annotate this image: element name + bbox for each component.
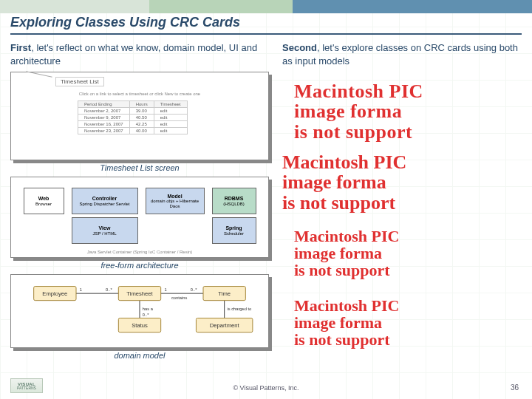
right-lead-rest: , let's explore classes on CRC cards usi… — [282, 42, 518, 66]
left-column: First, let's reflect on what we know, do… — [10, 41, 269, 364]
col-hours: Hours — [129, 101, 154, 108]
svg-text:Department: Department — [210, 322, 240, 329]
timesheet-title: Timesheet List — [55, 77, 104, 86]
right-lead: Second, let's explore classes on CRC car… — [282, 41, 526, 67]
left-lead-bold: First — [10, 42, 31, 53]
page-title: Exploring Classes Using CRC Cards — [10, 15, 522, 30]
pict-error-3: Macintosh PIC image forma is not support — [294, 228, 399, 279]
col-timesheet: Timesheet — [154, 101, 187, 108]
right-lead-bold: Second — [282, 42, 317, 53]
right-column: Second, let's explore classes on CRC car… — [282, 41, 526, 72]
domain-caption: domain model — [10, 351, 269, 360]
timesheet-caption: Timesheet List screen — [10, 163, 269, 172]
table-header-row: Period Ending Hours Timesheet — [78, 101, 188, 108]
timesheet-subtitle: Click on a link to select a timesheet or… — [11, 92, 268, 96]
svg-text:1: 1 — [80, 287, 82, 292]
top-color-band — [0, 0, 532, 13]
svg-text:Timesheet: Timesheet — [126, 290, 153, 297]
svg-text:Status: Status — [132, 322, 148, 329]
arch-view: ViewJSP / HTML — [72, 217, 138, 244]
svg-text:Employee: Employee — [42, 290, 67, 297]
table-row: November 16, 200742.25edit — [78, 121, 188, 128]
left-lead: First, let's reflect on what we know, do… — [10, 41, 269, 67]
arch-rdbms: RDBMS(HSQLDB) — [212, 188, 256, 214]
svg-text:is charged to: is charged to — [227, 307, 251, 311]
arch-model: Modeldomain objs + Hibernate Daos — [146, 188, 205, 214]
pict-error-4: Macintosh PIC image forma is not support — [294, 297, 399, 348]
svg-text:0..*: 0..* — [191, 287, 197, 292]
architecture-caption: free-form architecture — [10, 261, 269, 270]
domain-panel: Employee Timesheet Time Status Departmen… — [10, 274, 269, 348]
arch-browser: WebBrowser — [24, 188, 64, 214]
pict-error-1: Macintosh PIC image forma is not support — [294, 81, 423, 142]
arch-footer: Java Servlet Container (Spring IoC Conta… — [11, 250, 268, 254]
callout-line — [26, 71, 52, 77]
table-row: November 9, 200740.50edit — [78, 115, 188, 121]
svg-text:0..*: 0..* — [143, 313, 149, 317]
footer-copyright: © Visual Patterns, Inc. — [0, 384, 532, 392]
left-lead-rest: , let's reflect on what we know, domain … — [10, 42, 257, 66]
col-period: Period Ending — [78, 101, 130, 108]
title-bar: Exploring Classes Using CRC Cards — [10, 15, 522, 35]
timesheet-panel: Timesheet List Click on a link to select… — [10, 72, 269, 160]
table-row: November 2, 200739.00edit — [78, 108, 188, 115]
svg-text:0..*: 0..* — [106, 287, 112, 292]
arch-controller: ControllerSpring Dispatcher Servlet — [72, 188, 138, 214]
svg-text:Time: Time — [218, 290, 231, 297]
page-number: 36 — [511, 383, 519, 392]
architecture-grid: WebBrowser ControllerSpring Dispatcher S… — [16, 182, 264, 244]
architecture-panel: WebBrowser ControllerSpring Dispatcher S… — [10, 177, 269, 258]
svg-text:has a: has a — [143, 307, 154, 311]
domain-model-svg: Employee Timesheet Time Status Departmen… — [16, 279, 264, 343]
timesheet-table: Period Ending Hours Timesheet November 2… — [78, 100, 188, 134]
arch-scheduler: SpringScheduler — [212, 217, 256, 244]
table-row: November 23, 200740.00edit — [78, 128, 188, 134]
pict-error-2: Macintosh PIC image forma is not support — [282, 152, 406, 213]
svg-text:1: 1 — [164, 287, 166, 292]
svg-text:contains: contains — [171, 296, 187, 300]
